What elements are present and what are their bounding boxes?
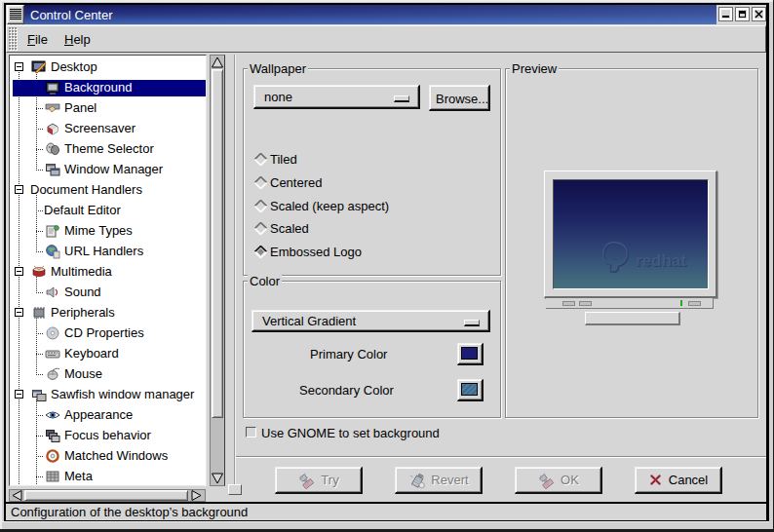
svg-text:redhat: redhat — [636, 251, 686, 270]
